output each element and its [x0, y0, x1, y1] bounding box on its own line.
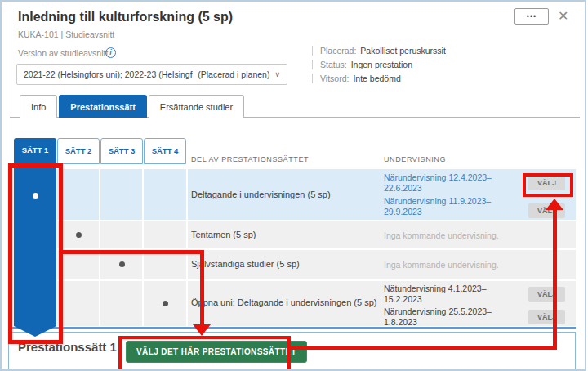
page-title: Inledning till kulturforskning (5 sp) — [18, 10, 233, 25]
valj-button[interactable]: VÄLJ — [528, 287, 565, 302]
part-label: Tentamen (5 sp) — [191, 230, 256, 239]
teaching-label: Nätundervisning 4.1.2023–15.2.2023 — [384, 284, 516, 305]
annotation-line-vertical-right — [553, 208, 557, 350]
version-label: Version av studieavsnitt — [18, 48, 108, 58]
annotation-box-cta-button — [118, 336, 291, 371]
method-dot — [76, 232, 82, 238]
annotation-box-valj-button — [523, 173, 573, 197]
meta-value: Ingen prestation — [351, 60, 412, 69]
version-select-suffix: (Placerad i planen) — [198, 69, 270, 79]
method-dot — [119, 261, 125, 267]
meta-label: Status: — [320, 60, 347, 69]
meta-label: Placerad: — [320, 46, 356, 56]
version-select[interactable]: 2021-22 (Helsingfors uni); 2022-23 (Hels… — [16, 64, 287, 85]
tab-satt-3[interactable]: SÄTT 3 — [100, 138, 143, 164]
tab-satt-1[interactable]: SÄTT 1 — [14, 138, 56, 163]
tab-prestationssatt[interactable]: Prestationssätt — [59, 95, 146, 118]
meta-label: Vitsord: — [320, 74, 349, 83]
annotation-arrow-up-icon — [546, 199, 564, 210]
part-label: Öppna uni: Deltagande i undervisningen (… — [191, 297, 376, 307]
annotation-arrow-down-icon — [193, 324, 211, 336]
tab-satt-4[interactable]: SÄTT 4 — [144, 138, 186, 164]
column-separator — [142, 169, 144, 326]
teaching-label: Närundervisning 25.5.2023–1.8.2023 — [384, 306, 516, 328]
close-icon[interactable]: ✕ — [558, 8, 568, 24]
method-dot — [163, 301, 168, 306]
annotation-line-horizontal-right — [291, 346, 557, 350]
meta-value: Pakolliset peruskurssit — [360, 46, 445, 56]
column-header-teaching: UNDERVISNING — [384, 155, 446, 163]
course-dialog: Inledning till kulturforskning (5 sp) KU… — [0, 0, 586, 371]
tab-bar: Info Prestationssätt Ersättande studier — [20, 95, 244, 118]
part-label: Självständiga studier (5 sp) — [191, 259, 300, 269]
column-separator — [186, 169, 188, 326]
column-header-part: DEL AV PRESTATIONSSÄTTET — [191, 155, 309, 163]
column-separator — [99, 169, 100, 326]
annotation-line-vertical-left — [200, 250, 204, 326]
valj-button[interactable]: VÄLJ — [528, 310, 565, 324]
more-options-button[interactable]: ••• — [514, 8, 549, 25]
teaching-link[interactable]: Närundervisning 12.4.2023–22.6.2023 — [384, 172, 516, 194]
annotation-line-horizontal-left — [61, 250, 204, 254]
meta-value: Inte bedömd — [353, 74, 400, 83]
part-label: Deltagande i undervisningen (5 sp) — [191, 190, 331, 199]
tab-info[interactable]: Info — [20, 95, 57, 118]
no-teaching-label: Inga kommande undervisning. — [384, 260, 516, 270]
annotation-box-satt1-column — [8, 163, 63, 344]
meta-row-vitsord: Vitsord: Inte bedömd — [312, 74, 401, 83]
tab-satt-2[interactable]: SÄTT 2 — [57, 138, 100, 164]
course-code-subtitle: KUKA-101 | Studieavsnitt — [18, 29, 114, 39]
no-teaching-label: Inga kommande undervisning. — [384, 230, 516, 241]
version-select-value: 2021-22 (Helsingfors uni); 2022-23 (Hels… — [24, 69, 193, 79]
tab-ersattande-studier[interactable]: Ersättande studier — [149, 95, 244, 118]
chevron-down-icon: ∨ — [274, 70, 280, 78]
meta-row-placerad: Placerad: Pakolliset peruskurssit — [312, 46, 446, 56]
info-icon[interactable]: i — [105, 47, 116, 58]
teaching-link[interactable]: Närundervisning 11.9.2023–29.9.2023 — [384, 196, 516, 217]
meta-row-status: Status: Ingen prestation — [312, 60, 412, 69]
